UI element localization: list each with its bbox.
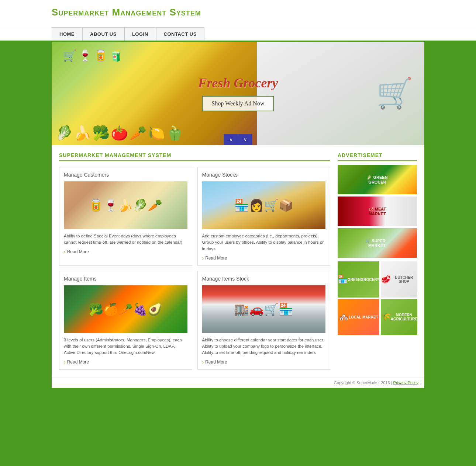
banner-text-overlay: Fresh Grocery Shop Weekly Ad Now [198,75,278,111]
read-more-label: Read More [205,255,227,261]
card-customers-readmore[interactable]: › Read More [64,249,187,255]
content-area: SUPERMARKET MANAGEMENT SYSTEM Manage Cus… [59,152,330,370]
chevron-right-icon: › [202,359,204,365]
sidebar-ad-green-grocer[interactable]: 🥬 GREENGROCER [338,165,417,194]
chevron-right-icon: › [202,255,204,261]
chevron-right-icon: › [64,249,66,255]
card-stocks-title: Manage Stocks [202,172,326,178]
site-title: Supermarket Management System [52,7,424,18]
card-items-readmore[interactable]: › Read More [64,359,187,365]
site-header: Supermarket Management System [0,0,476,27]
read-more-label: Read More [67,249,89,254]
banner-controls: ∧ ∨ [224,134,252,145]
sidebar-ad-grid: GREENGROCERY BUTCHER SHOP LOCAL MARKET M… [338,261,417,335]
card-customers: Manage Customers 🥫🍷🍌🥬🥕 Ability to define… [59,167,192,266]
sidebar-grid-modernagriculture[interactable]: MODERN AGRICULTURE [381,299,417,335]
localmarket-label: LOCAL MARKET [349,315,378,319]
footer-separator: | [420,380,421,385]
card-stocks: Manage Stocks 🏪👩🛒📦 Add custom employee c… [197,167,331,266]
chevron-right-icon: › [64,359,66,365]
card-items-image: 🥦🍊🥕🍇🥑 [64,285,187,333]
card-items-title: Manage Items [64,276,187,282]
card-items: Manage Items 🥦🍊🥕🍇🥑 3 levels of users (Ad… [59,271,192,370]
footer-privacy-link[interactable]: Privacy Policy [393,380,418,385]
read-more-label: Read More [205,359,227,365]
sidebar-ad-super-market[interactable]: 🛒 SUPERMARKET [338,228,417,258]
nav-contact[interactable]: CONTACT US [156,27,204,41]
sidebar-title: ADVERTISEMET [338,152,417,161]
sidebar-ad-meat-market[interactable]: 🥩 MEATMARKET [338,197,417,226]
card-stock-items: Manage Items Stock 🏬🚗🛒🏪 Ability to choos… [197,271,331,370]
banner-cta-button[interactable]: Shop Weekly Ad Now [202,96,274,111]
ad-super-market-label: 🛒 SUPERMARKET [365,239,386,248]
footer-text: Copyright © SuperMarket 2016 | [334,380,392,385]
banner-title: Fresh Grocery [198,75,278,91]
card-stocks-readmore[interactable]: › Read More [202,255,326,261]
card-items-desc: 3 levels of users (Administrators, Manag… [64,337,187,356]
ad-meat-market-label: 🥩 MEATMARKET [369,207,386,216]
banner-prev-button[interactable]: ∧ [224,134,238,145]
banner-next-button[interactable]: ∨ [238,134,252,145]
card-stock-items-desc: Ability to choose different calendar yea… [202,337,326,356]
site-footer: Copyright © SuperMarket 2016 | Privacy P… [52,377,424,388]
sidebar-ad-group: 🥬 GREENGROCER 🥩 MEATMARKET 🛒 SUPERMARKET [338,165,417,258]
banner-right-image [257,42,425,145]
card-customers-desc: Ability to define Special Event days (da… [64,233,187,246]
modernagriculture-label: MODERN AGRICULTURE [391,313,417,321]
card-stocks-image: 🏪👩🛒📦 [202,181,326,229]
sidebar-grid-greengrocery[interactable]: GREENGROCERY [338,261,379,298]
read-more-label: Read More [67,359,89,365]
card-stock-items-image: 🏬🚗🛒🏪 [202,285,326,333]
butchershop-label: BUTCHER SHOP [391,275,417,284]
main-container: SUPERMARKET MANAGEMENT SYSTEM Manage Cus… [52,145,424,377]
hero-banner: Fresh Grocery Shop Weekly Ad Now ∧ ∨ [52,42,424,145]
card-stock-items-readmore[interactable]: › Read More [202,359,326,365]
sidebar: ADVERTISEMET 🥬 GREENGROCER 🥩 MEATMARKET … [338,152,417,370]
nav-login[interactable]: LOGIN [124,27,156,41]
card-customers-title: Manage Customers [64,172,187,178]
nav-home[interactable]: HOME [52,27,82,41]
sidebar-grid-butchershop[interactable]: BUTCHER SHOP [381,261,417,298]
main-nav: HOME ABOUT US LOGIN CONTACT US [0,27,476,42]
sidebar-grid-localmarket[interactable]: LOCAL MARKET [338,299,379,335]
greengrocery-label: GREENGROCERY [348,278,379,282]
card-customers-image: 🥫🍷🍌🥬🥕 [64,181,187,229]
nav-about[interactable]: ABOUT US [82,27,124,41]
section-title: SUPERMARKET MANAGEMENT SYSTEM [59,152,330,161]
cards-grid: Manage Customers 🥫🍷🍌🥬🥕 Ability to define… [59,167,330,370]
card-stock-items-title: Manage Items Stock [202,276,326,282]
card-stocks-desc: Add custom employee categories (i.e., de… [202,233,326,252]
ad-green-grocer-label: 🥬 GREENGROCER [367,175,387,184]
